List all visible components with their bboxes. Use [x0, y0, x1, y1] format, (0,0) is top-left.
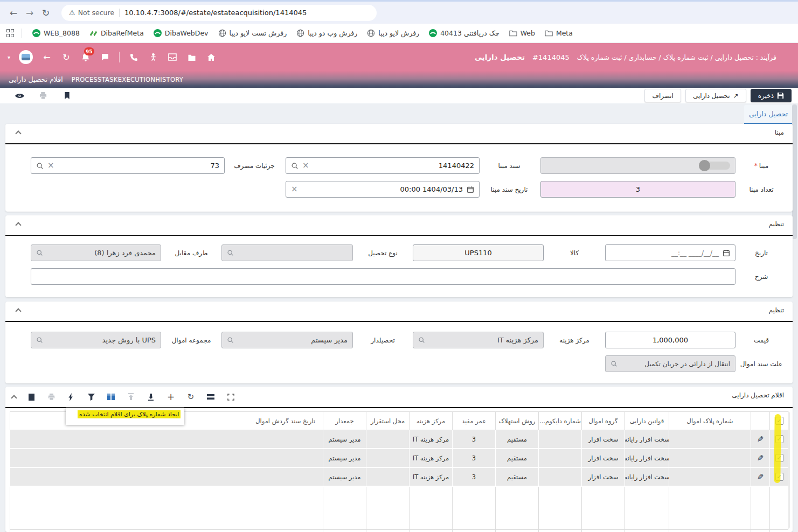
tahsildar-field[interactable]: مدیر سیستم — [221, 332, 353, 348]
edit-icon[interactable]: ✎ — [757, 435, 764, 444]
tarikh-sanad-field[interactable]: × 00:00 1404/03/13 — [286, 181, 480, 198]
search-icon[interactable] — [227, 337, 234, 344]
stop-icon[interactable] — [26, 394, 36, 401]
upload-icon[interactable] — [126, 393, 136, 401]
col-cost-center[interactable]: مرکز هزینه — [409, 412, 452, 430]
security-label[interactable]: Not secure — [78, 9, 114, 17]
chevron-down-icon[interactable]: ▾ — [8, 54, 10, 60]
download-icon[interactable] — [146, 393, 156, 401]
search-icon[interactable] — [418, 337, 425, 344]
tab-acquisition[interactable]: تحصیل دارایی — [744, 105, 793, 124]
bookmark-dibawebdev[interactable]: DibaWebDev — [154, 29, 209, 37]
sanad-mabna-field[interactable]: × 14140422 — [286, 157, 480, 174]
jozviat-field[interactable]: × 73 — [31, 157, 225, 174]
print-icon[interactable] — [38, 92, 48, 100]
toggle-switch[interactable] — [699, 160, 730, 171]
cancel-button[interactable]: انصراف — [644, 89, 681, 102]
col-location[interactable]: محل استقرار — [366, 412, 409, 430]
taraf-moghabel-field[interactable]: محمدی فرد زهرا (8) — [31, 244, 161, 261]
tedad-mabna-field[interactable]: 3 — [540, 181, 735, 198]
bell-icon[interactable]: 95 — [80, 52, 91, 62]
edit-cell[interactable]: ✎ — [751, 449, 769, 467]
columns-icon[interactable] — [106, 394, 116, 400]
inbox-icon[interactable] — [167, 52, 178, 62]
majmooe-amval-field[interactable]: UPS با روش جدید — [31, 332, 161, 348]
back-arrow-icon[interactable]: ← — [41, 52, 52, 62]
phone-icon[interactable] — [128, 52, 139, 62]
col-daikom[interactable]: شماره دایکوم... — [538, 412, 581, 430]
bolt-icon[interactable] — [66, 393, 76, 401]
address-bar[interactable]: ⚠ Not secure 10.10.4.7:3008/#/estate/est… — [61, 5, 377, 21]
add-icon[interactable]: + — [166, 391, 176, 402]
apps-grid-icon[interactable] — [6, 29, 15, 38]
search-icon[interactable] — [291, 162, 299, 170]
bookmark-refresh-live[interactable]: رفرش لایو دیبا — [367, 29, 419, 37]
clear-icon[interactable]: × — [47, 162, 54, 170]
refresh-icon[interactable]: ↻ — [186, 392, 196, 402]
fullscreen-icon[interactable] — [226, 394, 235, 401]
bookmark-web8088[interactable]: WEB_8088 — [32, 29, 80, 37]
collapse-icon[interactable] — [15, 130, 21, 136]
bookmark-dibarefmeta[interactable]: DibaRefMeta — [89, 29, 144, 37]
eye-icon[interactable] — [14, 93, 25, 99]
person-icon[interactable] — [148, 52, 158, 62]
save-button[interactable]: ذخیره — [751, 89, 792, 102]
bookmark-folder-meta[interactable]: Meta — [545, 29, 573, 37]
markaz-hazine-field[interactable]: مرکز هزینه IT — [413, 332, 544, 348]
edit-icon[interactable]: ✎ — [757, 453, 764, 463]
bookmarks-divider — [22, 29, 22, 38]
folder-icon[interactable] — [186, 52, 197, 62]
collapse-icon[interactable] — [11, 395, 17, 401]
acquisition-button[interactable]: ↗ تحصیل دارایی — [685, 89, 746, 102]
forward-icon[interactable]: → — [22, 8, 38, 18]
avatar[interactable] — [19, 50, 33, 64]
ellat-sanad-field[interactable]: انتقال از دارائی در جریان تکمیل — [605, 355, 735, 372]
print-icon[interactable] — [46, 393, 56, 401]
calendar-icon[interactable] — [723, 249, 730, 257]
col-group[interactable]: گروه اموال — [581, 412, 624, 430]
edit-cell[interactable]: ✎ — [751, 430, 769, 448]
reload-icon[interactable]: ↻ — [38, 8, 54, 18]
chat-icon[interactable] — [100, 52, 110, 62]
calendar-icon[interactable] — [467, 186, 474, 193]
table-row[interactable]: ✓ ✎ سخت افزار رایانه سخت افزار مستقیم 3 … — [10, 430, 788, 449]
bookmark-refresh-test[interactable]: رفرش تست لایو دیبا — [218, 29, 287, 37]
url-text[interactable]: 10.10.4.7:3008/#/estate/estateacquisitio… — [124, 9, 307, 17]
search-icon[interactable] — [610, 360, 617, 367]
col-custodian[interactable]: جمعدار — [323, 412, 366, 430]
col-depreciation[interactable]: روش استهلاک — [495, 412, 538, 430]
tooltip: ایجاد شماره پلاک برای اقلام انتخاب شده — [66, 408, 184, 425]
section-title: تنظیم — [769, 306, 784, 314]
edit-cell[interactable]: ✎ — [751, 468, 769, 486]
bookmark-folder-web[interactable]: Web — [509, 29, 535, 37]
kala-field[interactable]: UPS110 — [413, 244, 544, 261]
col-plate[interactable]: شماره پلاک اموال — [669, 412, 751, 430]
table-row[interactable]: ✓ ✎ سخت افزار رایانه سخت افزار مستقیم 3 … — [10, 449, 788, 468]
mabna-field[interactable] — [540, 157, 735, 174]
rows-icon[interactable] — [206, 394, 216, 400]
search-icon[interactable] — [36, 162, 44, 170]
page-scrollbar[interactable] — [793, 103, 797, 532]
bookmark-refresh-web2[interactable]: رفرش وب دو دیبا — [296, 29, 357, 37]
search-icon[interactable] — [36, 249, 43, 256]
home-icon[interactable] — [206, 52, 217, 62]
bookmark-icon[interactable] — [61, 92, 72, 100]
col-rules[interactable]: قوانین دارایی — [624, 412, 669, 430]
back-icon[interactable]: ← — [5, 8, 22, 18]
search-icon[interactable] — [227, 249, 234, 256]
filter-icon[interactable] — [86, 394, 96, 401]
noe-tahsil-field[interactable] — [221, 244, 353, 261]
collapse-icon[interactable] — [15, 222, 21, 228]
clear-icon[interactable]: × — [302, 162, 309, 170]
collapse-icon[interactable] — [15, 308, 21, 314]
tarikh-field[interactable]: __:__ ____/__/__ — [605, 244, 735, 261]
bookmark-check-40413[interactable]: چک دریافتنی 40413 — [429, 29, 499, 37]
col-useful-life[interactable]: عمر مفید — [452, 412, 495, 430]
refresh-icon[interactable]: ↻ — [61, 52, 72, 62]
sharh-field[interactable] — [31, 268, 735, 285]
table-row[interactable]: ✓ ✎ سخت افزار رایانه سخت افزار مستقیم 3 … — [10, 468, 788, 487]
search-icon[interactable] — [36, 337, 43, 344]
gheymat-field[interactable]: 1,000,000 — [605, 332, 735, 348]
edit-icon[interactable]: ✎ — [757, 472, 764, 482]
clear-icon[interactable]: × — [291, 185, 298, 193]
